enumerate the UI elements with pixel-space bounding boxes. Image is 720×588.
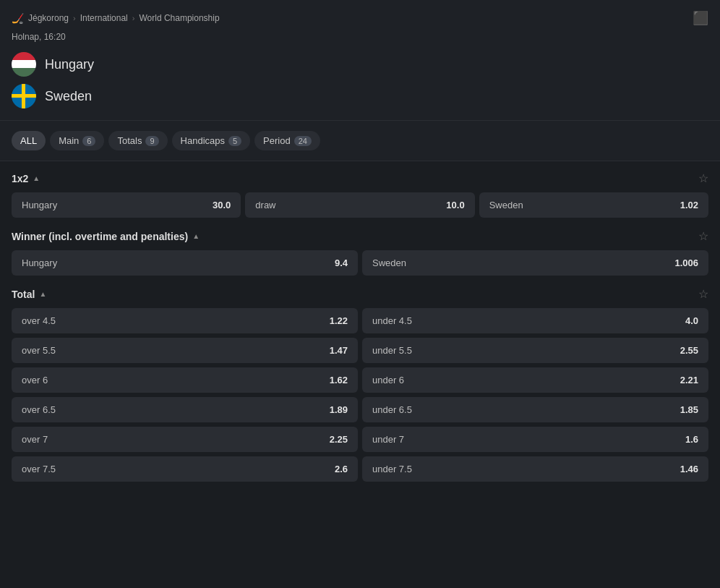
total-under-label-5: under 7.5	[372, 464, 412, 474]
odds-winner-hungary-value: 9.4	[335, 257, 348, 268]
total-over-label-0: over 4.5	[22, 315, 56, 326]
total-under-label-4: under 7	[372, 434, 404, 445]
odds-1x2-draw-value: 10.0	[446, 200, 464, 210]
total-over-value-5: 2.6	[335, 464, 348, 474]
odds-1x2-hungary-label: Hungary	[22, 200, 57, 210]
odds-1x2-sweden-label: Sweden	[489, 200, 523, 210]
odds-1x2-row: Hungary 30.0 draw 10.0 Sweden 1.02	[12, 192, 708, 218]
total-over-2[interactable]: over 6 1.62	[12, 367, 358, 393]
tab-main[interactable]: Main 6	[50, 131, 104, 150]
team1-flag	[12, 52, 36, 77]
market-winner-title: Winner (incl. overtime and penalties)	[12, 231, 188, 242]
total-rows-container: over 4.5 1.22 under 4.5 4.0 over 5.5 1.4…	[12, 308, 708, 486]
tab-main-badge: 6	[82, 136, 95, 146]
odds-1x2-draw-label: draw	[255, 200, 275, 210]
odds-winner-row: Hungary 9.4 Sweden 1.006	[12, 250, 708, 276]
tab-totals-badge: 9	[145, 136, 158, 146]
odds-winner-sweden-value: 1.006	[674, 257, 698, 268]
tab-period[interactable]: Period 24	[254, 131, 320, 150]
breadcrumb-sport: Jégkorong	[28, 13, 69, 23]
tab-all[interactable]: ALL	[12, 131, 46, 150]
total-over-value-2: 1.62	[330, 375, 348, 385]
odds-1x2-sweden[interactable]: Sweden 1.02	[479, 192, 708, 218]
total-under-label-2: under 6	[372, 375, 404, 385]
breadcrumb: 🏒 Jégkorong › International › World Cham…	[12, 12, 220, 24]
total-under-label-1: under 5.5	[372, 345, 412, 356]
breadcrumb-sep2: ›	[132, 14, 135, 22]
tab-handicaps-badge: 5	[228, 136, 241, 146]
total-under-value-3: 1.85	[680, 404, 698, 415]
sport-icon: 🏒	[12, 12, 24, 24]
market-winner-title-row: Winner (incl. overtime and penalties) ▲	[12, 231, 200, 242]
odds-1x2-draw[interactable]: draw 10.0	[245, 192, 474, 218]
team1-row: Hungary	[12, 52, 708, 77]
odds-winner-hungary-label: Hungary	[22, 257, 57, 268]
total-under-3[interactable]: under 6.5 1.85	[362, 397, 708, 422]
odds-1x2-hungary[interactable]: Hungary 30.0	[12, 192, 241, 218]
total-under-value-4: 1.6	[685, 434, 698, 445]
total-under-0[interactable]: under 4.5 4.0	[362, 308, 708, 333]
total-over-4[interactable]: over 7 2.25	[12, 427, 358, 452]
breadcrumb-level1: International	[80, 13, 128, 23]
total-under-value-1: 2.55	[680, 345, 698, 356]
odds-winner-sweden[interactable]: Sweden 1.006	[362, 250, 708, 276]
market-total-pin[interactable]: ☆	[698, 287, 708, 301]
market-winner-toggle[interactable]: ▲	[192, 232, 200, 240]
content-section: 1x2 ▲ ☆ Hungary 30.0 draw 10.0 Sweden 1.…	[0, 161, 720, 495]
total-odds-row-1: over 5.5 1.47 under 5.5 2.55	[12, 338, 708, 363]
tab-all-label: ALL	[20, 135, 37, 146]
market-1x2-title-row: 1x2 ▲	[12, 173, 40, 184]
tab-handicaps[interactable]: Handicaps 5	[172, 131, 251, 150]
market-1x2-pin[interactable]: ☆	[698, 171, 708, 185]
total-over-label-2: over 6	[22, 375, 48, 385]
market-total-title: Total	[12, 289, 35, 300]
tab-main-label: Main	[59, 135, 79, 146]
market-winner-header: Winner (incl. overtime and penalties) ▲ …	[12, 228, 708, 244]
market-total-header: Total ▲ ☆	[12, 286, 708, 302]
breadcrumb-sep1: ›	[73, 14, 76, 22]
market-total-title-row: Total ▲	[12, 289, 46, 300]
total-over-label-1: over 5.5	[22, 345, 56, 356]
tab-period-label: Period	[263, 135, 291, 146]
tabs-section: ALL Main 6 Totals 9 Handicaps 5 Period 2…	[0, 121, 720, 161]
market-1x2-toggle[interactable]: ▲	[33, 174, 40, 182]
tab-totals[interactable]: Totals 9	[108, 131, 167, 150]
odds-winner-hungary[interactable]: Hungary 9.4	[12, 250, 358, 276]
header-section: 🏒 Jégkorong › International › World Cham…	[0, 0, 720, 121]
tab-totals-label: Totals	[117, 135, 142, 146]
teams-section: Hungary Sweden	[12, 52, 708, 108]
total-odds-row-5: over 7.5 2.6 under 7.5 1.46	[12, 456, 708, 482]
total-odds-row-4: over 7 2.25 under 7 1.6	[12, 427, 708, 452]
total-under-2[interactable]: under 6 2.21	[362, 367, 708, 393]
total-odds-row-0: over 4.5 1.22 under 4.5 4.0	[12, 308, 708, 333]
total-under-value-2: 2.21	[680, 375, 698, 385]
tab-handicaps-label: Handicaps	[181, 135, 225, 146]
total-over-label-5: over 7.5	[22, 464, 56, 474]
total-over-value-1: 1.47	[330, 345, 348, 356]
total-under-5[interactable]: under 7.5 1.46	[362, 456, 708, 482]
team2-flag	[12, 84, 36, 108]
odds-1x2-sweden-value: 1.02	[680, 200, 698, 210]
team1-name: Hungary	[45, 57, 94, 72]
total-over-5[interactable]: over 7.5 2.6	[12, 456, 358, 482]
total-under-4[interactable]: under 7 1.6	[362, 427, 708, 452]
total-under-label-3: under 6.5	[372, 404, 412, 415]
breadcrumb-level2: World Championship	[139, 13, 219, 23]
total-over-0[interactable]: over 4.5 1.22	[12, 308, 358, 333]
total-over-label-4: over 7	[22, 434, 48, 445]
total-over-1[interactable]: over 5.5 1.47	[12, 338, 358, 363]
breadcrumb-row: 🏒 Jégkorong › International › World Cham…	[12, 10, 708, 26]
market-winner-pin[interactable]: ☆	[698, 229, 708, 243]
stats-icon[interactable]: ⬛	[693, 10, 708, 26]
market-total-toggle[interactable]: ▲	[39, 290, 46, 298]
total-under-1[interactable]: under 5.5 2.55	[362, 338, 708, 363]
odds-winner-sweden-label: Sweden	[372, 257, 406, 268]
market-1x2: 1x2 ▲ ☆ Hungary 30.0 draw 10.0 Sweden 1.…	[12, 170, 708, 218]
odds-1x2-hungary-value: 30.0	[213, 200, 231, 210]
team2-row: Sweden	[12, 84, 708, 108]
team2-name: Sweden	[45, 89, 92, 104]
match-datetime: Holnap, 16:20	[12, 32, 708, 42]
tab-period-badge: 24	[294, 136, 312, 146]
total-under-value-5: 1.46	[680, 464, 698, 474]
total-over-3[interactable]: over 6.5 1.89	[12, 397, 358, 422]
